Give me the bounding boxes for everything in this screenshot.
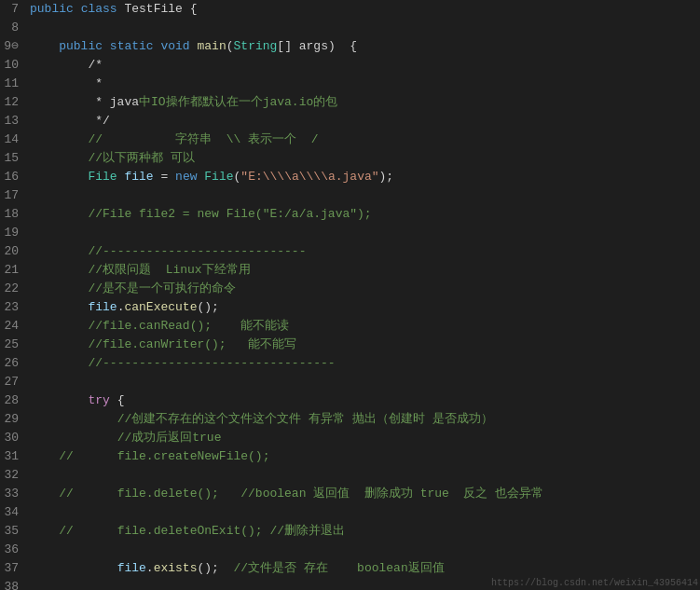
- table-row: 21 //权限问题 Linux下经常用: [0, 261, 700, 280]
- line-content: [30, 373, 700, 391]
- line-content: [30, 503, 700, 522]
- table-row: 37 file.exists(); //文件是否 存在 boolean返回值: [0, 559, 700, 578]
- table-row: 34: [0, 503, 700, 522]
- line-number: 30: [0, 429, 30, 447]
- line-content: File file = new File("E:\\\\a\\\\a.java"…: [30, 168, 700, 186]
- line-number: 18: [0, 205, 30, 224]
- line-content: file.canExecute();: [30, 298, 700, 317]
- line-number: 36: [0, 541, 30, 559]
- table-row: 26 //--------------------------------: [0, 354, 700, 373]
- line-number: 27: [0, 373, 30, 391]
- line-content: //成功后返回true: [30, 429, 700, 447]
- line-content: [30, 541, 700, 559]
- line-content: [30, 186, 700, 205]
- line-number: 16: [0, 168, 30, 186]
- table-row: 27: [0, 373, 700, 391]
- table-row: 17: [0, 186, 700, 205]
- line-number: 9⊖: [0, 37, 30, 56]
- line-number: 38: [0, 578, 30, 590]
- table-row: 19: [0, 224, 700, 242]
- line-number: 8: [0, 19, 30, 37]
- line-content: [30, 466, 700, 485]
- table-row: 36: [0, 541, 700, 559]
- line-content: // 字符串 \\ 表示一个 /: [30, 130, 700, 149]
- line-number: 28: [0, 391, 30, 410]
- table-row: 22 //是不是一个可执行的命令: [0, 280, 700, 298]
- table-row: 13 */: [0, 112, 700, 130]
- code-editor: 7public class TestFile {8 9⊖ public stat…: [0, 0, 700, 590]
- line-number: 24: [0, 317, 30, 336]
- line-number: 22: [0, 280, 30, 298]
- table-row: 20 //----------------------------: [0, 242, 700, 261]
- table-row: 28 try {: [0, 391, 700, 410]
- table-row: 23 file.canExecute();: [0, 298, 700, 317]
- line-content: *: [30, 75, 700, 93]
- line-content: //权限问题 Linux下经常用: [30, 261, 700, 280]
- line-number: 12: [0, 93, 30, 112]
- line-content: [30, 19, 700, 37]
- code-content: 7public class TestFile {8 9⊖ public stat…: [0, 0, 700, 590]
- table-row: 33 // file.delete(); //boolean 返回值 删除成功 …: [0, 485, 700, 503]
- table-row: 38: [0, 578, 700, 590]
- line-content: /*: [30, 56, 700, 75]
- line-number: 33: [0, 485, 30, 503]
- line-content: //file.canWriter(); 能不能写: [30, 336, 700, 354]
- table-row: 29 //创建不存在的这个文件这个文件 有异常 抛出（创建时 是否成功）: [0, 410, 700, 429]
- line-content: [30, 578, 700, 590]
- table-row: 9⊖ public static void main(String[] args…: [0, 37, 700, 56]
- line-number: 34: [0, 503, 30, 522]
- table-row: 15 //以下两种都 可以: [0, 149, 700, 168]
- table-row: 25 //file.canWriter(); 能不能写: [0, 336, 700, 354]
- line-content: //是不是一个可执行的命令: [30, 280, 700, 298]
- line-content: file.exists(); //文件是否 存在 boolean返回值: [30, 559, 700, 578]
- line-number: 13: [0, 112, 30, 130]
- table-row: 7public class TestFile {: [0, 0, 700, 19]
- line-content: // file.delete(); //boolean 返回值 删除成功 tru…: [30, 485, 700, 503]
- table-row: 30 //成功后返回true: [0, 429, 700, 447]
- table-row: 32: [0, 466, 700, 485]
- line-number: 14: [0, 130, 30, 149]
- line-content: public static void main(String[] args) {: [30, 37, 700, 56]
- line-number: 32: [0, 466, 30, 485]
- line-number: 31: [0, 447, 30, 466]
- table-row: 14 // 字符串 \\ 表示一个 /: [0, 130, 700, 149]
- line-content: //--------------------------------: [30, 354, 700, 373]
- line-number: 20: [0, 242, 30, 261]
- line-content: public class TestFile {: [30, 0, 700, 19]
- line-number: 37: [0, 559, 30, 578]
- table-row: 10 /*: [0, 56, 700, 75]
- line-content: //file.canRead(); 能不能读: [30, 317, 700, 336]
- table-row: 18 //File file2 = new File("E:/a/a.java"…: [0, 205, 700, 224]
- table-row: 16 File file = new File("E:\\\\a\\\\a.ja…: [0, 168, 700, 186]
- line-content: * java中IO操作都默认在一个java.io的包: [30, 93, 700, 112]
- line-content: try {: [30, 391, 700, 410]
- line-number: 11: [0, 75, 30, 93]
- line-number: 29: [0, 410, 30, 429]
- line-number: 23: [0, 298, 30, 317]
- line-content: //----------------------------: [30, 242, 700, 261]
- table-row: 11 *: [0, 75, 700, 93]
- line-number: 21: [0, 261, 30, 280]
- table-row: 24 //file.canRead(); 能不能读: [0, 317, 700, 336]
- line-number: 25: [0, 336, 30, 354]
- line-content: // file.deleteOnExit(); //删除并退出: [30, 522, 700, 541]
- line-number: 15: [0, 149, 30, 168]
- table-row: 31 // file.createNewFile();: [0, 447, 700, 466]
- table-row: 8: [0, 19, 700, 37]
- table-row: 12 * java中IO操作都默认在一个java.io的包: [0, 93, 700, 112]
- line-number: 10: [0, 56, 30, 75]
- line-content: //File file2 = new File("E:/a/a.java");: [30, 205, 700, 224]
- line-content: //以下两种都 可以: [30, 149, 700, 168]
- line-content: */: [30, 112, 700, 130]
- line-number: 26: [0, 354, 30, 373]
- line-number: 17: [0, 186, 30, 205]
- table-row: 35 // file.deleteOnExit(); //删除并退出: [0, 522, 700, 541]
- line-number: 19: [0, 224, 30, 242]
- line-content: // file.createNewFile();: [30, 447, 700, 466]
- line-number: 7: [0, 0, 30, 19]
- line-number: 35: [0, 522, 30, 541]
- line-content: [30, 224, 700, 242]
- line-content: //创建不存在的这个文件这个文件 有异常 抛出（创建时 是否成功）: [30, 410, 700, 429]
